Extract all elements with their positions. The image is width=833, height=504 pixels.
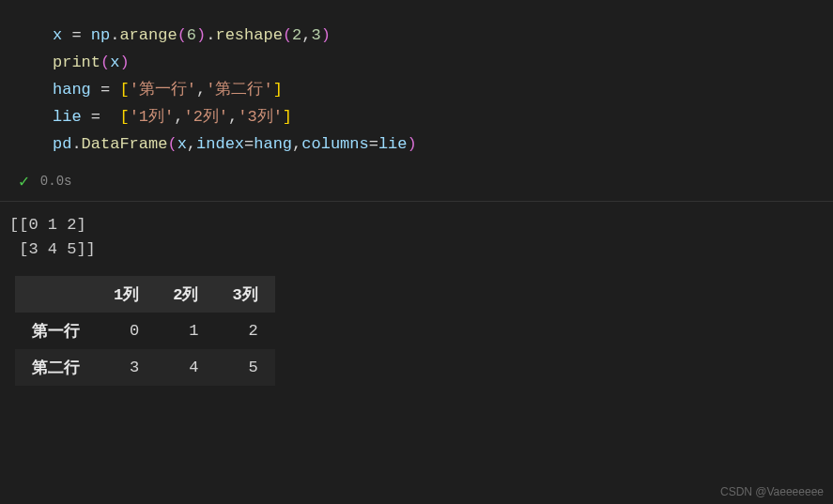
code-line-4: lie = ['1列','2列','3列'] [53, 104, 825, 131]
table-cell: 1 [156, 313, 215, 349]
execution-status-bar: ✓ 0.0s [0, 165, 833, 202]
code-line-5: pd.DataFrame(x,index=hang,columns=lie) [53, 131, 825, 159]
column-header: 2列 [156, 276, 215, 313]
success-icon: ✓ [19, 171, 29, 191]
table-corner-cell [15, 276, 97, 313]
table-row: 第二行 3 4 5 [15, 349, 275, 386]
code-cell[interactable]: x = np.arange(6).reshape(2,3) print(x) h… [0, 0, 833, 165]
dataframe-table: 1列 2列 3列 第一行 0 1 2 第二行 3 4 5 [15, 276, 275, 386]
column-header: 3列 [215, 276, 274, 313]
table-cell: 3 [97, 349, 156, 386]
execution-time: 0.0s [40, 174, 72, 189]
code-line-2: print(x) [53, 50, 825, 77]
stdout-output: [[0 1 2] [3 4 5]] [8, 213, 825, 261]
output-cell: [[0 1 2] [3 4 5]] 1列 2列 3列 第一行 0 1 2 第二行… [0, 202, 833, 393]
column-header: 1列 [97, 276, 156, 313]
table-cell: 5 [215, 349, 274, 386]
watermark: CSDN @Vaeeeeeee [720, 485, 824, 498]
table-row: 第一行 0 1 2 [15, 313, 275, 349]
row-index: 第一行 [15, 313, 97, 349]
row-index: 第二行 [15, 349, 97, 386]
code-line-1: x = np.arange(6).reshape(2,3) [53, 23, 825, 50]
table-cell: 0 [97, 313, 156, 349]
table-cell: 4 [156, 349, 215, 386]
table-cell: 2 [215, 313, 274, 349]
code-line-3: hang = ['第一行','第二行'] [53, 77, 825, 104]
table-header-row: 1列 2列 3列 [15, 276, 275, 313]
